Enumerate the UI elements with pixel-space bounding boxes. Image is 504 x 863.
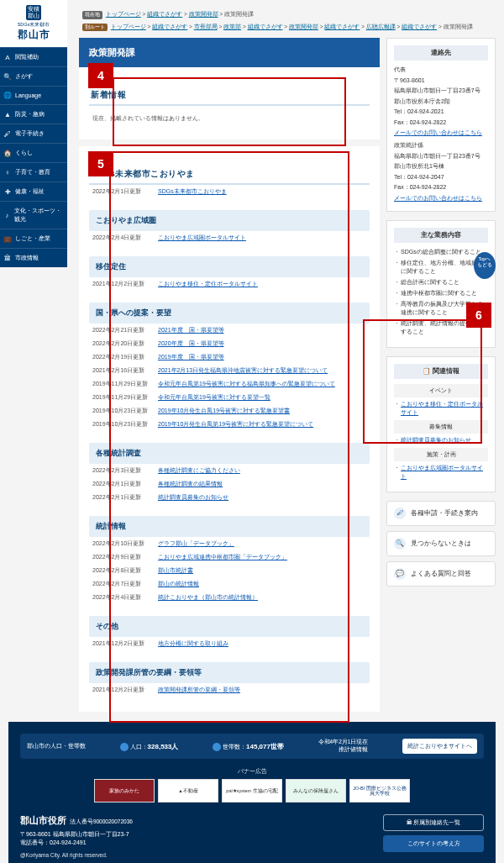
item-link[interactable]: 2019年10月発生台風19号被害に対する緊急要望書 <box>158 407 290 415</box>
category-heading: 移住定住 <box>89 256 370 277</box>
contact-mail-link-2[interactable]: メールでのお問い合わせはこちら <box>394 195 482 201</box>
list-item: 2022年2月7日更新郡山の統計情報 <box>89 577 370 591</box>
category-heading: その他 <box>89 616 370 637</box>
related-link[interactable]: 統計調査員募集のお知らせ <box>401 437 471 443</box>
item-link[interactable]: 郡山市統計書 <box>158 566 193 575</box>
item-date: 2019年10月23日更新 <box>92 420 153 429</box>
nav-icon: ♪ <box>3 212 11 219</box>
breadcrumb-link[interactable]: 組織でさがす <box>248 24 283 29</box>
contacts-list-button[interactable]: 🏛 所属別連絡先一覧 <box>383 814 484 831</box>
site-logo[interactable]: 安積郡山 SDGs未来都市 郡山市 <box>0 0 67 47</box>
aside: 連絡先 代表 〒963-8601 福島県郡山市朝日一丁目23番7号 郡山市役所本… <box>386 38 496 712</box>
site-policy-button[interactable]: このサイトの考え方 <box>383 835 484 852</box>
item-link[interactable]: 政策開発課所管の要綱・要領等 <box>158 686 240 694</box>
banner-ad[interactable]: pal★system 生協の宅配 <box>222 779 282 802</box>
item-date: 2019年11月29日更新 <box>92 393 153 402</box>
nav-icon: A <box>3 54 12 61</box>
list-item: 2022年2月21日更新2021年度 国・県要望等 <box>89 324 370 337</box>
breadcrumb-alt: 別ルート トップページ > 組織でさがす > 市長部局 > 政策部 > 組織でさ… <box>79 21 496 34</box>
nav-item[interactable]: 🔍さがす <box>0 66 67 86</box>
breadcrumb-link[interactable]: 広聴広報課 <box>366 24 396 29</box>
duties-card: 主な業務内容 SDGsの総合調整に関すること移住定住、地方分権、地域振興に関する… <box>386 220 496 348</box>
item-link[interactable]: 地方分権に関する取り組み <box>158 639 228 648</box>
nav-label: 健康・福祉 <box>15 187 45 196</box>
stats-site-button[interactable]: 統計こおりやまサイトへ <box>402 739 477 754</box>
banner-ad[interactable]: みんなの保険屋さん <box>286 779 346 802</box>
aside-button[interactable]: 🖊各種申請・手続き案内 <box>386 501 496 526</box>
nav-item[interactable]: A閲覧補助 <box>0 47 67 66</box>
list-item: 2019年11月29日更新令和元年台風第19号被害に対する要望一覧 <box>89 391 370 404</box>
aside-button-label: よくある質問と回答 <box>411 570 471 578</box>
footer: 郡山市の人口・世帯数 人口：328,533人 世帯数：145,077世帯 令和4… <box>8 722 496 863</box>
breadcrumb-link[interactable]: 組織でさがす <box>152 24 187 29</box>
item-date: 2021年12月2日更新 <box>92 639 153 648</box>
breadcrumb-link[interactable]: 組織でさがす <box>324 24 360 29</box>
nav-icon: 🌐 <box>3 92 12 99</box>
item-link[interactable]: こおりやま広域連携中枢都市圏「データブック」 <box>158 553 287 561</box>
related-link[interactable]: こおりやま移住・定住ポータルサイト <box>401 401 483 415</box>
item-date: 2019年11月29日更新 <box>92 380 153 388</box>
news-heading: 新着情報 <box>89 84 370 106</box>
nav-item[interactable]: ♀子育て・教育 <box>0 162 67 182</box>
item-link[interactable]: 各種統計調査の結果情報 <box>158 480 223 488</box>
item-link[interactable]: 2020年度 国・県要望等 <box>158 339 224 348</box>
item-link[interactable]: 令和元年台風第19号被害に対する要望一覧 <box>158 393 270 402</box>
nav-item[interactable]: 🏛市政情報 <box>0 248 67 267</box>
nav-item[interactable]: 🏠くらし <box>0 143 67 162</box>
breadcrumb-link[interactable]: トップページ <box>111 24 146 29</box>
nav-item[interactable]: 💼しごと・産業 <box>0 229 67 248</box>
banner-ad[interactable]: 家族のみかた <box>94 779 155 802</box>
item-link[interactable]: こおりやま広域圏ポータルサイト <box>158 234 246 242</box>
list-item: 2021年12月2日更新こおりやま移住・定住ポータルサイト <box>89 277 370 291</box>
duty-item: 連携中枢都市圏に関すること <box>394 289 488 297</box>
related-link[interactable]: こおりやま広域圏ポータルサイト <box>401 465 483 479</box>
list-item: 2019年10月23日更新2019年10月発生台風第19号被害に対する緊急要望に… <box>89 418 370 431</box>
duty-item: 総合計画に関すること <box>394 278 488 287</box>
item-link[interactable]: SDGs未来都市こおりやま <box>158 187 227 196</box>
breadcrumb-link[interactable]: 政策開発部 <box>289 24 318 29</box>
breadcrumb-link[interactable]: 市長部局 <box>194 24 218 29</box>
list-item: 2022年2月9日更新こおりやま広域連携中枢都市圏「データブック」 <box>89 550 370 564</box>
nav-item[interactable]: 🖋電子手続き <box>0 124 67 143</box>
item-link[interactable]: 統計調査員募集のお知らせ <box>158 493 228 502</box>
nav-label: 防災・急病 <box>15 110 45 118</box>
aside-button[interactable]: 💬よくある質問と回答 <box>386 561 496 587</box>
list-item: 2022年2月1日更新統計調査員募集のお知らせ <box>89 491 370 504</box>
item-date: 2022年2月8日更新 <box>92 566 153 575</box>
item-date: 2022年2月1日更新 <box>92 480 153 488</box>
breadcrumb-link[interactable]: 組織でさがす <box>147 11 182 17</box>
aside-button-label: 各種申請・手続き案内 <box>411 509 478 518</box>
contact-mail-link[interactable]: メールでのお問い合わせはこちら <box>394 129 482 135</box>
item-link[interactable]: 2021年度 国・県要望等 <box>158 326 224 334</box>
sdgs-section: SDGs未来都市こおりやま 2022年2月1日更新SDGs未来都市こおりやまこお… <box>79 146 380 712</box>
nav-item[interactable]: ▲防災・急病 <box>0 104 67 124</box>
banner-ad[interactable]: ▲不動産 <box>158 779 218 802</box>
item-link[interactable]: 2021年2月13日発生福島県沖地震被害に対する緊急要望について <box>158 366 328 375</box>
breadcrumb-link[interactable]: 政策開発部 <box>189 11 218 17</box>
back-to-top-button[interactable]: Topへもどる <box>474 252 496 279</box>
item-link[interactable]: 郡山の統計情報 <box>158 580 199 588</box>
item-link[interactable]: 2019年10月発生台風第19号被害に対する緊急要望について <box>158 420 313 429</box>
nav-icon: 💼 <box>3 235 12 243</box>
list-item: 2022年2月3日更新各種統計調査にご協力ください <box>89 464 370 477</box>
nav-item[interactable]: 🌐Language <box>0 86 67 104</box>
list-item: 2019年11月29日更新令和元年台風第19号被害に対する福島県知事への緊急要望… <box>89 377 370 391</box>
nav-item[interactable]: ♪文化・スポーツ・観光 <box>0 201 67 229</box>
item-link[interactable]: こおりやま移住・定住ポータルサイト <box>158 280 258 288</box>
item-link[interactable]: 統計こおりやま（郡山市の統計情報） <box>158 593 258 602</box>
item-link[interactable]: 令和元年台風第19号被害に対する福島県知事への緊急要望について <box>158 380 335 388</box>
nav-item[interactable]: ✚健康・福祉 <box>0 182 67 201</box>
category-heading: 政策開発課所管の要綱・要領等 <box>89 662 370 683</box>
item-date: 2022年2月4日更新 <box>92 234 153 242</box>
aside-button-label: 見つからないときは <box>411 539 471 548</box>
item-link[interactable]: グラフ郡山「データブック」 <box>158 539 234 548</box>
contact-card: 連絡先 代表 〒963-8601 福島県郡山市朝日一丁目23番7号 郡山市役所本… <box>386 38 496 212</box>
item-link[interactable]: 各種統計調査にご協力ください <box>158 466 240 475</box>
banner-ad[interactable]: JO-BI 国際ビジネス公務員大学校 <box>349 779 410 802</box>
breadcrumb-link[interactable]: 政策部 <box>223 24 241 29</box>
item-link[interactable]: 2019年度 国・県要望等 <box>158 353 224 361</box>
breadcrumb-link[interactable]: 組織でさがす <box>402 24 437 29</box>
nav-label: Language <box>15 92 41 98</box>
breadcrumb-link[interactable]: トップページ <box>106 11 141 17</box>
aside-button[interactable]: 🔍見つからないときは <box>386 531 496 556</box>
